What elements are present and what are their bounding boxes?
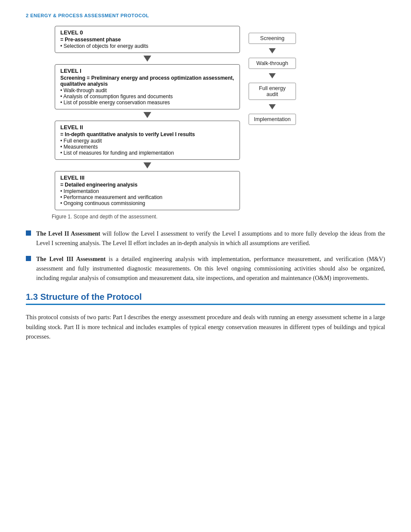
section-heading: 1.3 Structure of the Protocol bbox=[26, 292, 142, 302]
label-fullenergy: Full energy audit bbox=[249, 83, 296, 100]
section-body: This protocol consists of two parts: Par… bbox=[26, 313, 385, 342]
level-2-item-1: • Measurements bbox=[60, 144, 234, 150]
level-3-box: LEVEL III = Detailed engineering analysi… bbox=[55, 171, 240, 210]
bullet-square-1 bbox=[26, 230, 31, 236]
bullets-section: The Level II Assessment will follow the … bbox=[26, 229, 385, 283]
level-1-item-0: • Walk-through audit bbox=[60, 87, 234, 93]
arrow-2 bbox=[55, 160, 240, 171]
level-2-title: LEVEL II bbox=[60, 124, 234, 131]
bullet-text-1: The Level II Assessment will follow the … bbox=[36, 229, 385, 248]
level-2-item-0: • Full energy audit bbox=[60, 138, 234, 144]
level-2-item-2: • List of measures for funding and imple… bbox=[60, 150, 234, 156]
level-3-desc: = Detailed engineering analysis bbox=[60, 182, 234, 188]
level-3-item-0: • Implementation bbox=[60, 188, 234, 194]
levels-column: LEVEL 0 = Pre-assessment phase • Selecti… bbox=[55, 26, 240, 210]
level-1-box: LEVEL I Screening = Preliminary energy a… bbox=[55, 64, 240, 109]
bullet-item-1: The Level II Assessment will follow the … bbox=[26, 229, 385, 248]
bullet-item-2: The Level III Assessment is a detailed e… bbox=[26, 255, 385, 283]
level-1-title: LEVEL I bbox=[60, 68, 234, 74]
level-3-item-1: • Performance measurement and verificati… bbox=[60, 194, 234, 200]
page-header: 2 ENERGY & PROCESS ASSESSMENT PROTOCOL bbox=[26, 13, 385, 18]
figure-caption: Figure 1. Scope and depth of the assessm… bbox=[52, 214, 385, 220]
level-1-desc: Screening = Preliminary energy and proce… bbox=[60, 75, 234, 87]
level-0-title: LEVEL 0 bbox=[60, 29, 234, 36]
label-screening-entry: Screening bbox=[249, 33, 296, 44]
arrow-1 bbox=[55, 109, 240, 121]
arrow-0 bbox=[55, 53, 240, 64]
bullet-text-2: The Level III Assessment is a detailed e… bbox=[36, 255, 385, 283]
section-heading-container: 1.3 Structure of the Protocol bbox=[26, 292, 385, 305]
level-1-item-1: • Analysis of consumption figures and do… bbox=[60, 93, 234, 100]
level-1-item-2: • List of possible energy conservation m… bbox=[60, 100, 234, 106]
label-walkthrough-entry: Walk-through bbox=[249, 58, 296, 69]
labels-side: Screening Walk-through Full energy audit… bbox=[249, 26, 296, 210]
label-screening: Screening bbox=[249, 33, 296, 44]
label-arrow-1 bbox=[269, 73, 276, 78]
label-implementation-entry: Implementation bbox=[249, 114, 296, 125]
level-2-desc: = In-depth quantitative analysis to veri… bbox=[60, 131, 234, 137]
bullet-square-2 bbox=[26, 256, 31, 261]
level-0-desc: = Pre-assessment phase bbox=[60, 37, 234, 43]
level-0-box: LEVEL 0 = Pre-assessment phase • Selecti… bbox=[55, 26, 240, 53]
level-0-item-0: • Selection of objects for energy audits bbox=[60, 43, 234, 49]
level-3-item-2: • Ongoing continuous commissioning bbox=[60, 200, 234, 206]
diagram-container: LEVEL 0 = Pre-assessment phase • Selecti… bbox=[55, 26, 356, 210]
label-fullenergy-entry: Full energy audit bbox=[249, 83, 296, 100]
label-implementation: Implementation bbox=[249, 114, 296, 125]
level-3-title: LEVEL III bbox=[60, 174, 234, 181]
level-2-box: LEVEL II = In-depth quantitative analysi… bbox=[55, 121, 240, 160]
label-walkthrough: Walk-through bbox=[249, 58, 296, 69]
label-arrow-0 bbox=[269, 48, 276, 53]
label-arrow-2 bbox=[269, 104, 276, 109]
